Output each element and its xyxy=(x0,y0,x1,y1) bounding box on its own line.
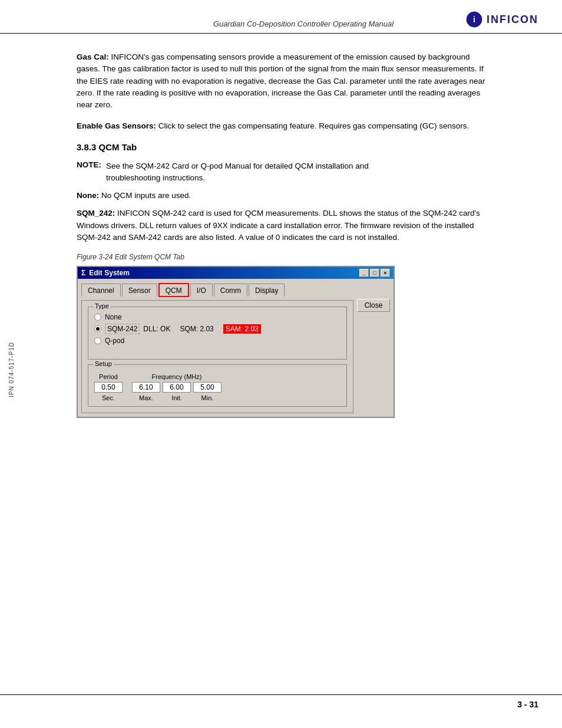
enable-gas-text: Click to select the gas compensating fea… xyxy=(158,121,470,130)
inficon-logo-icon: i xyxy=(465,11,483,28)
freq-max-label: Max. xyxy=(132,394,160,401)
ipn-label: IPN 074-517-P1D xyxy=(8,342,15,397)
gas-cal-paragraph: Gas Cal: INFICON's gas compensating sens… xyxy=(77,51,491,111)
freq-min xyxy=(193,382,222,393)
freq-max-input[interactable] xyxy=(132,382,160,393)
setup-group: Setup Period Sec. Frequen xyxy=(88,364,347,407)
dialog-main-area: Channel Sensor QCM I/O Comm Display Type xyxy=(81,282,353,413)
frequency-inputs xyxy=(132,382,222,393)
sqm242-radio-label: SQM-242 xyxy=(105,324,140,334)
sigma-icon: Σ xyxy=(81,269,85,277)
sqm242-paragraph: SQM_242: INFICON SQM-242 card is used fo… xyxy=(77,207,491,243)
none-block: None: No QCM inputs are used. xyxy=(77,190,491,202)
tab-content: Type None SQM-242 DLL: xyxy=(81,300,353,413)
freq-min-label: Min. xyxy=(193,394,222,401)
dialog-titlebar: Σ Edit System _ □ × xyxy=(78,267,394,279)
logo-text: INFICON xyxy=(487,14,538,26)
main-content: Gas Cal: INFICON's gas compensating sens… xyxy=(0,34,562,453)
tab-sensor[interactable]: Sensor xyxy=(122,284,157,297)
dialog-title-text: Edit System xyxy=(89,269,130,277)
dll-info: DLL: OK SQM: 2.03 SAM: 2.03 xyxy=(143,324,260,334)
radio-none-label: None xyxy=(105,313,122,321)
setup-row: Period Sec. Frequency (MHz) xyxy=(94,373,340,401)
frequency-group: Frequency (MHz) xyxy=(132,373,222,401)
minimize-button[interactable]: _ xyxy=(359,269,369,277)
type-group-label: Type xyxy=(93,302,111,309)
dll-status: DLL: OK xyxy=(143,325,170,333)
period-unit: Sec. xyxy=(102,394,115,401)
radio-qpod-label: Q-pod xyxy=(105,337,124,345)
gas-cal-text: INFICON's gas compensating sensors provi… xyxy=(77,52,485,109)
freq-min-input[interactable] xyxy=(193,382,222,393)
restore-button[interactable]: □ xyxy=(370,269,379,277)
freq-init-label: Init. xyxy=(163,394,191,401)
none-term: None: xyxy=(77,191,99,200)
figure-caption: Figure 3-24 Edit System QCM Tab xyxy=(77,253,491,261)
dialog-body: Channel Sensor QCM I/O Comm Display Type xyxy=(78,279,394,417)
freq-init-input[interactable] xyxy=(163,382,191,393)
tab-display[interactable]: Display xyxy=(249,284,285,297)
close-window-button[interactable]: × xyxy=(381,269,390,277)
dialog-title: Σ Edit System xyxy=(81,269,130,277)
tab-io[interactable]: I/O xyxy=(190,284,213,297)
radio-none[interactable]: None xyxy=(94,313,340,321)
section-heading: 3.8.3 QCM Tab xyxy=(77,142,491,152)
page-number: 3 - 31 xyxy=(517,700,538,709)
freq-init xyxy=(163,382,191,393)
svg-text:i: i xyxy=(473,15,475,24)
freq-sub-labels: Max. Init. Min. xyxy=(132,394,222,401)
period-label: Period xyxy=(99,373,118,380)
dialog-window-controls: _ □ × xyxy=(359,269,390,277)
tab-qcm[interactable]: QCM xyxy=(158,283,189,297)
sqm-version: SQM: 2.03 xyxy=(180,325,213,333)
radio-qpod[interactable]: Q-pod xyxy=(94,337,340,345)
tab-bar: Channel Sensor QCM I/O Comm Display xyxy=(81,282,353,297)
page-footer: 3 - 31 xyxy=(0,694,562,714)
period-field-group: Period Sec. xyxy=(94,373,123,401)
dialog-button-col: Close xyxy=(357,282,390,413)
sqm242-text: INFICON SQM-242 card is used for QCM mea… xyxy=(77,209,480,242)
note-label: NOTE: xyxy=(77,160,101,185)
type-group: Type None SQM-242 DLL: xyxy=(88,307,347,360)
radio-qpod-input[interactable] xyxy=(94,337,101,344)
header-title: Guardian Co-Deposition Controller Operat… xyxy=(141,19,465,28)
tab-channel[interactable]: Channel xyxy=(81,284,121,297)
dialog-wrapper: Σ Edit System _ □ × Channel Sensor QCM xyxy=(77,266,491,418)
note-text: See the SQM-242 Card or Q-pod Manual for… xyxy=(106,160,369,185)
radio-none-input[interactable] xyxy=(94,314,101,321)
tab-comm[interactable]: Comm xyxy=(214,284,247,297)
freq-max xyxy=(132,382,160,393)
frequency-label: Frequency (MHz) xyxy=(132,373,222,380)
logo: i INFICON xyxy=(465,11,538,28)
gas-cal-term: Gas Cal: xyxy=(77,52,109,61)
period-input[interactable] xyxy=(94,382,123,393)
enable-gas-paragraph: Enable Gas Sensors: Click to select the … xyxy=(77,120,491,132)
note-block: NOTE: See the SQM-242 Card or Q-pod Manu… xyxy=(77,160,491,185)
setup-group-label: Setup xyxy=(93,360,114,367)
sqm242-term: SQM_242: xyxy=(77,209,115,218)
none-text: No QCM inputs are used. xyxy=(101,191,191,200)
enable-gas-term: Enable Gas Sensors: xyxy=(77,121,156,130)
edit-system-dialog: Σ Edit System _ □ × Channel Sensor QCM xyxy=(77,266,395,418)
close-button[interactable]: Close xyxy=(357,299,390,312)
sam-version: SAM: 2.03 xyxy=(223,324,261,334)
radio-sqm242[interactable]: SQM-242 DLL: OK SQM: 2.03 SAM: 2.03 xyxy=(94,324,340,334)
radio-sqm242-input[interactable] xyxy=(94,325,101,332)
page-header: Guardian Co-Deposition Controller Operat… xyxy=(0,0,562,34)
